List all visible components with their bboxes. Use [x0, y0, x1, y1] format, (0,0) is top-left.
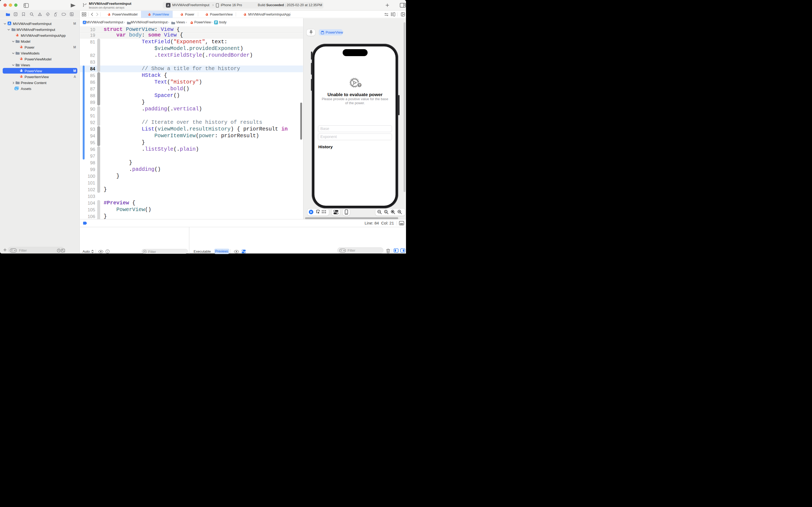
svg-text:?: ?: [358, 83, 360, 87]
svg-text:1: 1: [385, 210, 387, 213]
